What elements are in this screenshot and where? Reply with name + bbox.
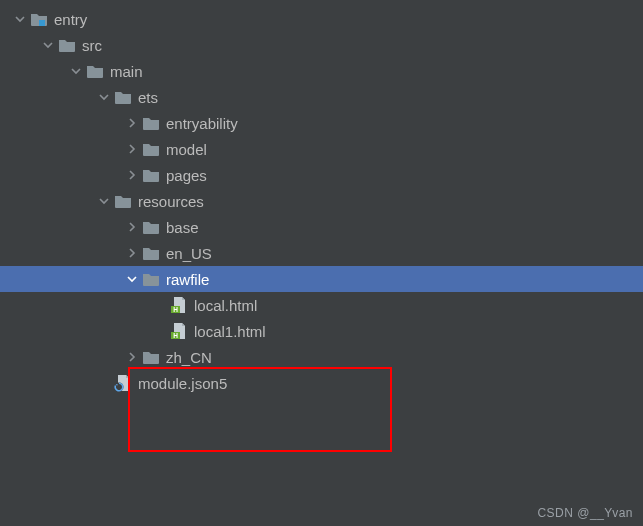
tree-row-module.json5[interactable]: module.json5 [0,370,643,396]
folder-icon [58,36,76,54]
json5-file-icon [114,374,132,392]
tree-item-label: ets [138,89,158,106]
tree-item-label: module.json5 [138,375,227,392]
tree-item-label: local1.html [194,323,266,340]
svg-text:H: H [173,306,178,313]
module-folder-icon [30,10,48,28]
svg-text:H: H [173,332,178,339]
folder-icon [142,114,160,132]
tree-item-label: rawfile [166,271,209,288]
tree-item-label: zh_CN [166,349,212,366]
watermark-text: CSDN @__Yvan [537,506,633,520]
folder-icon [114,88,132,106]
chevron-right-icon[interactable] [124,167,140,183]
tree-row-ets[interactable]: ets [0,84,643,110]
tree-row-base[interactable]: base [0,214,643,240]
chevron-down-icon[interactable] [40,37,56,53]
folder-icon [142,270,160,288]
tree-row-src[interactable]: src [0,32,643,58]
tree-item-label: en_US [166,245,212,262]
arrow-spacer [96,375,112,391]
chevron-right-icon[interactable] [124,141,140,157]
html-file-icon: H [170,322,188,340]
tree-row-pages[interactable]: pages [0,162,643,188]
tree-row-model[interactable]: model [0,136,643,162]
tree-item-label: pages [166,167,207,184]
svg-rect-0 [39,20,45,26]
chevron-right-icon[interactable] [124,219,140,235]
tree-row-local.html[interactable]: Hlocal.html [0,292,643,318]
tree-row-rawfile[interactable]: rawfile [0,266,643,292]
tree-row-local1.html[interactable]: Hlocal1.html [0,318,643,344]
tree-item-label: model [166,141,207,158]
folder-icon [142,140,160,158]
arrow-spacer [152,323,168,339]
arrow-spacer [152,297,168,313]
tree-item-label: entryability [166,115,238,132]
tree-item-label: resources [138,193,204,210]
tree-item-label: local.html [194,297,257,314]
chevron-down-icon[interactable] [96,89,112,105]
tree-row-resources[interactable]: resources [0,188,643,214]
tree-item-label: base [166,219,199,236]
chevron-down-icon[interactable] [68,63,84,79]
tree-item-label: src [82,37,102,54]
chevron-right-icon[interactable] [124,245,140,261]
tree-item-label: main [110,63,143,80]
project-file-tree[interactable]: entrysrcmainetsentryabilitymodelpagesres… [0,0,643,396]
tree-item-label: entry [54,11,87,28]
chevron-right-icon[interactable] [124,115,140,131]
folder-icon [142,166,160,184]
tree-row-entry[interactable]: entry [0,6,643,32]
tree-row-entryability[interactable]: entryability [0,110,643,136]
folder-icon [114,192,132,210]
folder-icon [142,218,160,236]
chevron-down-icon[interactable] [12,11,28,27]
html-file-icon: H [170,296,188,314]
chevron-down-icon[interactable] [96,193,112,209]
tree-row-zh_CN[interactable]: zh_CN [0,344,643,370]
chevron-right-icon[interactable] [124,349,140,365]
folder-icon [142,348,160,366]
tree-row-en_US[interactable]: en_US [0,240,643,266]
folder-icon [86,62,104,80]
chevron-down-icon[interactable] [124,271,140,287]
folder-icon [142,244,160,262]
tree-row-main[interactable]: main [0,58,643,84]
